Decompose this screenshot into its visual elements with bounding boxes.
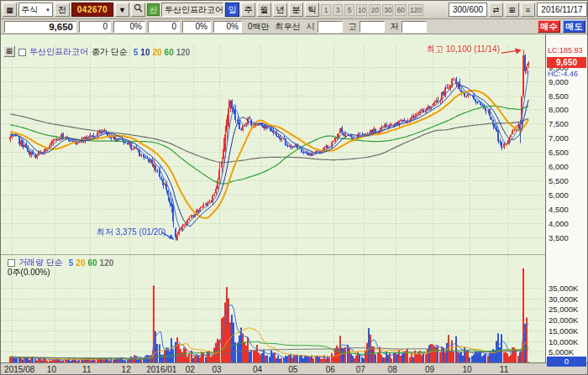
time-axis-label: 11 <box>500 365 508 374</box>
time-axis-label: 07 <box>356 365 365 374</box>
time-axis-label: 02 <box>186 365 195 374</box>
main-toolbar: ▦ 주식 ▼ 전 042670 ▼ 신 두산인프라코어 일 주 월 년 분 틱 … <box>1 1 588 19</box>
volume-tick-label: 5,000K <box>549 347 588 357</box>
menu-grid-icon[interactable]: ▦ <box>3 3 17 17</box>
bid-pct-field: 0% <box>213 21 242 33</box>
date-field[interactable]: 2016/11/17 <box>537 3 587 17</box>
new-stock-badge: 신 <box>147 3 160 16</box>
volume-unit-label: 0백만 <box>248 21 270 33</box>
buy-button[interactable]: 매수 <box>538 20 560 33</box>
time-axis-label: 10 <box>47 365 56 374</box>
best-quote-label: 최우선 <box>276 21 301 33</box>
zoom-tool-icon[interactable]: ⊞ <box>505 3 519 17</box>
period-year-button[interactable]: 년 <box>273 3 287 17</box>
open-label: 시 <box>307 21 315 33</box>
price-chart-canvas[interactable] <box>1 34 545 254</box>
volume-tick-label: 35,000K <box>549 284 588 293</box>
minute-30-button[interactable]: 30 <box>382 4 393 16</box>
price-tick-label: 7,500 <box>549 119 588 128</box>
current-price-badge: 9,650 <box>547 57 586 68</box>
sell-button[interactable]: 매도 <box>563 20 585 33</box>
price-tick-label: 4,500 <box>549 205 588 214</box>
time-axis-label: 09 <box>425 365 434 374</box>
low-price-annotation: 최저 3,375 (01/20) <box>97 227 165 238</box>
time-axis-label: 06 <box>326 365 335 374</box>
time-axis-label: 2016/01 <box>146 365 176 374</box>
prev-stock-button[interactable]: 전 <box>55 3 70 17</box>
current-volume-label: 0주(0.00%) <box>8 267 50 279</box>
volume-legend-checkbox-icon[interactable] <box>8 259 15 267</box>
price-tick-label: 6,500 <box>549 148 588 157</box>
time-axis-label: 05 <box>288 365 297 374</box>
high-label: 고 <box>349 21 357 33</box>
open-field <box>318 21 343 33</box>
volume-tick-label: 30,000K <box>549 294 588 304</box>
volume-tick-label: 25,000K <box>549 305 588 314</box>
minute-120-button[interactable]: 120 <box>408 4 423 16</box>
high-price-annotation: 최고 10,100 (11/14) <box>394 44 500 55</box>
price-tick-label: 3,500 <box>549 233 588 242</box>
volume-tick-label: 15,000K <box>549 326 588 336</box>
price-tick-label: 8,000 <box>549 105 588 114</box>
current-price-field: 9,650 <box>4 21 76 33</box>
price-tick-label: 5,000 <box>549 190 588 200</box>
stock-name-label: 두산인프라코어 <box>161 3 223 17</box>
settings-icon[interactable]: ≡ <box>521 3 535 17</box>
volume-chart-canvas[interactable] <box>1 255 545 362</box>
legend-checkbox-icon[interactable] <box>18 49 26 56</box>
minute-5-button[interactable]: 5 <box>344 4 354 16</box>
compare-arrows-icon[interactable]: ⇄ <box>489 3 503 17</box>
chart-tool-icon[interactable]: ⊞ <box>3 45 15 57</box>
high-change-label: HC:-4.46 <box>548 70 578 78</box>
minute-10-button[interactable]: 10 <box>356 4 367 16</box>
time-axis-label: 04 <box>253 365 262 374</box>
quote-bar: 9,650 0 0% 0 0% 0% 0백만 최우선 시 고 저 매수 매도 <box>1 19 588 34</box>
time-axis-label: 2015/08 <box>4 365 34 374</box>
period-month-button[interactable]: 월 <box>257 3 271 17</box>
time-axis-label: 08 <box>388 365 397 374</box>
search-icon[interactable] <box>131 3 145 17</box>
price-tick-label: 6,000 <box>549 162 588 171</box>
plot-area: ⊞ 두산인프라코어 종가 단순 5102060120 거래량 단순 520601… <box>1 34 545 362</box>
pane-divider[interactable] <box>1 254 545 255</box>
price-tick-label: 7,000 <box>549 133 588 143</box>
ask-field: 0 <box>148 21 180 33</box>
time-axis-label: 03 <box>212 365 221 374</box>
low-change-label: LC:185.93 <box>548 46 583 55</box>
period-minute-button[interactable]: 분 <box>289 3 303 17</box>
stock-chart-window: ▦ 주식 ▼ 전 042670 ▼ 신 두산인프라코어 일 주 월 년 분 틱 … <box>0 0 588 375</box>
volume-tick-label: 10,000K <box>549 337 588 346</box>
price-tick-label: 8,500 <box>549 91 588 101</box>
price-tick-label: 9,000 <box>549 77 588 86</box>
price-tick-label: 5,500 <box>549 176 588 185</box>
period-tick-button[interactable]: 틱 <box>305 3 319 17</box>
stock-code-input[interactable]: 042670 <box>71 3 113 17</box>
minute-20-button[interactable]: 20 <box>369 4 380 16</box>
time-axis-label: 11 <box>82 365 91 374</box>
asset-type-label: 주식 <box>21 4 38 16</box>
ask-pct-field: 0% <box>182 21 211 33</box>
time-axis-label: 10 <box>462 365 471 374</box>
asset-type-select[interactable]: 주식 ▼ <box>18 3 53 17</box>
time-axis[interactable]: 2015/081011122016/0102030405060708091011 <box>1 362 588 375</box>
minute-60-button[interactable]: 60 <box>395 4 406 16</box>
period-week-button[interactable]: 주 <box>241 3 255 17</box>
bar-count-field[interactable]: 300/600 <box>449 3 487 17</box>
change-field: 0 <box>79 21 111 33</box>
minute-1-button[interactable]: 1 <box>321 4 331 16</box>
current-volume-badge: 0 <box>547 357 586 367</box>
price-tick-label: 4,000 <box>549 219 588 228</box>
change-pct-field: 0% <box>113 21 145 33</box>
chart-region: ⊞ 두산인프라코어 종가 단순 5102060120 거래량 단순 520601… <box>1 34 588 375</box>
low-label: 저 <box>391 21 399 33</box>
time-axis-label: 12 <box>122 365 131 374</box>
volume-tick-label: 20,000K <box>549 315 588 325</box>
code-dropdown-icon[interactable]: ▼ <box>115 3 129 17</box>
low-field <box>402 21 427 33</box>
high-field <box>360 21 385 33</box>
price-axis[interactable]: LC:185.93 9,650 HC:-4.46 0 3,5004,0004,5… <box>545 34 588 362</box>
period-day-button[interactable]: 일 <box>225 3 239 17</box>
minute-3-button[interactable]: 3 <box>333 4 343 16</box>
chevron-down-icon: ▼ <box>45 8 50 13</box>
